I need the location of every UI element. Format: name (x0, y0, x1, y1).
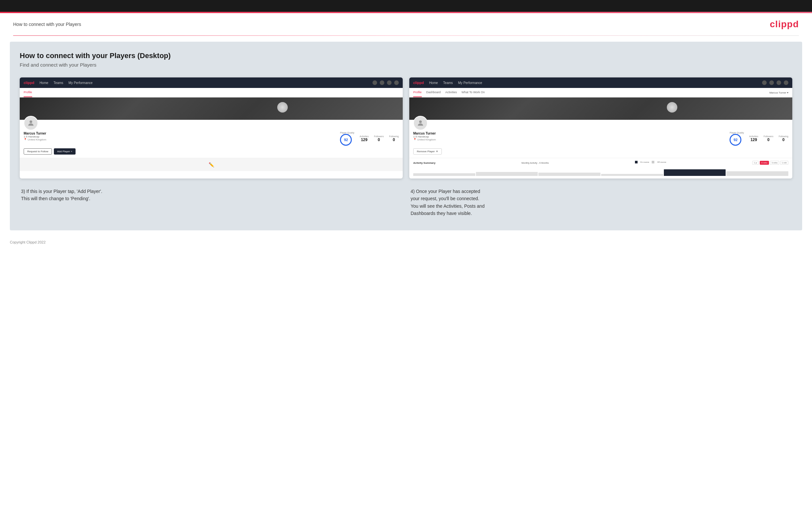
screenshots-row: clippd Home Teams My Performance Profile (20, 77, 792, 178)
caption-left-text: 3) If this is your Player tap, 'Add Play… (21, 188, 401, 203)
hero-circle-1 (277, 102, 288, 113)
period-1yr-button[interactable]: 1 yr (752, 161, 759, 165)
svg-point-0 (30, 120, 32, 123)
copyright-text: Copyright Clippd 2022 (10, 240, 46, 244)
settings-icon-1[interactable] (387, 80, 392, 85)
mock-tab-dashboard-2[interactable]: Dashboard (426, 88, 441, 97)
chart-bar-4 (601, 174, 663, 176)
svg-rect-3 (652, 161, 654, 163)
mock-quality-group-1: Player Quality 92 (340, 131, 354, 146)
settings-icon-2[interactable] (776, 80, 781, 85)
mock-hero-1 (20, 98, 403, 120)
mock-tab-activities-2[interactable]: Activities (445, 88, 457, 97)
chart-bar-1 (413, 173, 475, 176)
mock-hero-2 (409, 98, 792, 120)
mock-tabs-1: Profile (20, 88, 403, 98)
mock-followers-group-1: Followers 0 (374, 135, 384, 142)
mock-profile-2: Marcus Turner 1-5 Handicap 📍 United King… (409, 120, 792, 158)
mock-nav-myperformance-2[interactable]: My Performance (458, 81, 482, 84)
main-content-area: How to connect with your Players (Deskto… (10, 42, 802, 230)
chart-bar-2 (476, 172, 538, 176)
mock-following-group-2: Following 0 (778, 135, 789, 142)
mock-tab-profile-1[interactable]: Profile (23, 88, 32, 97)
mock-nav-icons-2 (762, 80, 789, 85)
mock-stats-1: Player Quality 92 Activities 129 Followe… (340, 131, 399, 146)
mock-tab-profile-2[interactable]: Profile (413, 88, 422, 97)
mock-profile-text-1: Marcus Turner 1-5 Handicap 📍 United King… (23, 131, 336, 141)
mock-activity-header: Activity Summary Monthly Activity - 6 Mo… (413, 161, 789, 165)
caption-right-text: 4) Once your Player has acceptedyour req… (411, 188, 791, 217)
caption-left: 3) If this is your Player tap, 'Add Play… (20, 188, 403, 217)
mock-player-name-1: Marcus Turner (23, 131, 336, 135)
off-course-legend-icon (652, 161, 654, 163)
activity-title: Activity Summary (413, 161, 436, 164)
breadcrumb: How to connect with your Players (13, 22, 81, 27)
on-course-legend-icon (635, 161, 638, 163)
request-follow-button[interactable]: Request to Follow (23, 148, 52, 155)
scroll-icon-1: ✏️ (209, 162, 214, 167)
page-title: How to connect with your Players (Deskto… (20, 52, 792, 60)
mock-profile-info-2: Marcus Turner 1-5 Handicap 📍 United King… (413, 131, 789, 146)
mock-activities-group-1: Activities 129 (360, 135, 369, 142)
mock-activity-summary: Activity Summary Monthly Activity - 6 Mo… (409, 158, 792, 178)
on-course-label: On course (640, 161, 649, 163)
mock-followers-group-2: Followers 0 (763, 135, 773, 142)
chart-bar-3 (539, 173, 601, 176)
svg-point-1 (419, 120, 422, 123)
mock-logo-2: clippd (413, 81, 424, 84)
mock-avatar-2 (413, 116, 428, 130)
period-6mths-button[interactable]: 6 mths (760, 161, 769, 165)
quality-circle-2: 92 (729, 134, 742, 146)
off-course-label: Off course (657, 161, 666, 163)
period-3mths-button[interactable]: 3 mths (770, 161, 779, 165)
mock-profile-info-1: Marcus Turner 1-5 Handicap 📍 United King… (23, 131, 399, 146)
mock-logo-1: clippd (23, 81, 34, 84)
mock-handicap-2: 1-5 Handicap (413, 135, 726, 138)
page-subtitle: Find and connect with your Players (20, 62, 792, 68)
avatar-icon-2[interactable] (784, 80, 789, 85)
mock-profile-text-2: Marcus Turner 1-5 Handicap 📍 United King… (413, 131, 726, 141)
top-bar (0, 0, 812, 12)
search-icon-2[interactable] (762, 80, 767, 85)
activity-legend: On course Off course (635, 161, 666, 163)
mock-profile-1: Marcus Turner 1-5 Handicap 📍 United King… (20, 120, 403, 158)
mock-location-2: 📍 United Kingdom (413, 138, 726, 141)
mock-scroll-1: ✏️ (20, 158, 403, 171)
period-1mth-button[interactable]: 1 mth (780, 161, 789, 165)
mock-buttons-1: Request to Follow Add Player + (23, 148, 399, 155)
quality-circle-1: 92 (340, 134, 352, 146)
mock-nav-2: clippd Home Teams My Performance (409, 77, 792, 88)
mock-tabs-2: Profile Dashboard Activities What To Wor… (413, 88, 485, 97)
svg-rect-2 (635, 161, 638, 163)
search-icon-1[interactable] (372, 80, 377, 85)
header-divider (13, 36, 799, 36)
avatar-icon-1[interactable] (394, 80, 399, 85)
hero-circle-2 (667, 102, 677, 113)
user-icon-2[interactable] (769, 80, 774, 85)
mock-nav-icons-1 (372, 80, 399, 85)
mock-location-1: 📍 United Kingdom (23, 138, 336, 141)
activity-chart (413, 167, 789, 176)
mock-quality-group-2: Player Quality 92 (729, 131, 744, 146)
mock-following-group-1: Following 0 (389, 135, 399, 142)
clippd-logo: clippd (770, 19, 799, 30)
activity-period-buttons: 1 yr 6 mths 3 mths 1 mth (752, 161, 789, 165)
remove-player-button[interactable]: Remove Player ✕ (413, 148, 442, 155)
mock-tab-whattoworkon-2[interactable]: What To Work On (461, 88, 485, 97)
chart-bar-6 (726, 171, 789, 176)
mock-stats-2: Player Quality 92 Activities 129 Followe… (729, 131, 789, 146)
mock-nav-teams-2[interactable]: Teams (443, 81, 453, 84)
mock-activities-group-2: Activities 129 (749, 135, 758, 142)
mock-nav-teams-1[interactable]: Teams (54, 81, 63, 84)
mock-nav-myperformance-1[interactable]: My Performance (69, 81, 93, 84)
add-player-button[interactable]: Add Player + (54, 148, 75, 155)
screenshot-1: clippd Home Teams My Performance Profile (20, 77, 403, 178)
mock-player-name-2: Marcus Turner (413, 131, 726, 135)
user-icon-1[interactable] (380, 80, 384, 85)
footer: Copyright Clippd 2022 (0, 236, 812, 248)
caption-right: 4) Once your Player has acceptedyour req… (409, 188, 792, 217)
mock-user-label-2[interactable]: Marcus Turner ▾ (769, 91, 789, 94)
captions-row: 3) If this is your Player tap, 'Add Play… (20, 188, 792, 217)
mock-nav-home-2[interactable]: Home (429, 81, 438, 84)
mock-nav-home-1[interactable]: Home (39, 81, 48, 84)
